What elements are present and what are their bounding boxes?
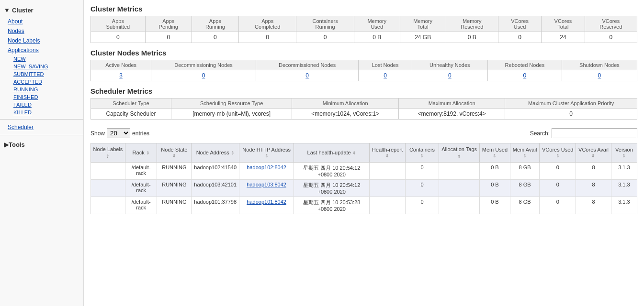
cell-state: RUNNING — [157, 162, 192, 179]
val-scheduler-type: Capacity Scheduler — [91, 109, 171, 120]
col-max-cluster-app-priority: Maximum Cluster Application Priority — [505, 98, 637, 109]
val-vcores-used: 0 — [498, 32, 541, 43]
col-containers-running: ContainersRunning — [296, 16, 354, 32]
th-allocation-tags[interactable]: Allocation Tags ⇕ — [439, 143, 480, 163]
val-unhealthy-nodes[interactable]: 0 — [412, 70, 487, 81]
th-mem-avail[interactable]: Mem Avail ⇕ — [510, 143, 540, 163]
cell-version: 3.1.3 — [611, 179, 637, 197]
val-vcores-total: 24 — [542, 32, 585, 43]
col-maximum-allocation: Maximum Allocation — [398, 98, 505, 109]
cell-http-address[interactable]: hadoop103:8042 — [239, 179, 294, 197]
cell-version: 3.1.3 — [611, 162, 637, 179]
col-minimum-allocation: Minimum Allocation — [292, 98, 398, 109]
sidebar-sub-submitted[interactable]: SUBMITTED — [0, 70, 83, 78]
sidebar-sub-new-saving[interactable]: NEW_SAVING — [0, 63, 83, 70]
cell-address: hadoop102:41540 — [192, 162, 239, 179]
cell-version: 3.1.3 — [611, 197, 637, 214]
sidebar-sub-finished[interactable]: FINISHED — [0, 93, 83, 101]
val-apps-pending: 0 — [145, 32, 192, 43]
col-memory-used: MemoryUsed — [354, 16, 400, 32]
col-apps-pending: AppsPending — [145, 16, 192, 32]
sidebar-item-scheduler[interactable]: Scheduler — [0, 122, 83, 132]
th-version[interactable]: Version ⇕ — [611, 143, 637, 163]
val-minimum-allocation: <memory:1024, vCores:1> — [292, 109, 398, 120]
th-containers[interactable]: Containers ⇕ — [405, 143, 439, 163]
sidebar-item-nodes[interactable]: Nodes — [0, 26, 83, 36]
val-max-cluster-app-priority: 0 — [505, 109, 637, 120]
sidebar-divider — [0, 119, 83, 120]
sidebar-divider2 — [0, 135, 83, 135]
sidebar-sub-running[interactable]: RUNNING — [0, 86, 83, 93]
th-node-address[interactable]: Node Address ⇕ — [192, 143, 239, 163]
cell-http-address[interactable]: hadoop102:8042 — [239, 162, 294, 179]
show-entries-bar: Show 10 20 50 100 entries Search: — [90, 125, 637, 141]
search-input[interactable] — [552, 128, 637, 138]
col-apps-running: AppsRunning — [192, 16, 238, 32]
cell-rack: /default-rack — [125, 197, 157, 214]
col-vcores-used: VCoresUsed — [498, 16, 541, 32]
sidebar-sub-new[interactable]: NEW — [0, 55, 83, 63]
cell-vcores-avail: 8 — [576, 197, 611, 214]
th-last-health-update[interactable]: Last health-update ⇕ — [294, 143, 370, 163]
tools-header[interactable]: ▶ Tools — [0, 138, 83, 151]
sidebar-sub-failed[interactable]: FAILED — [0, 101, 83, 109]
cluster-header[interactable]: ▼ Cluster — [0, 4, 83, 17]
val-lost-nodes[interactable]: 0 — [359, 70, 412, 81]
val-active-nodes[interactable]: 3 — [91, 70, 151, 81]
cluster-metrics-table: AppsSubmitted AppsPending AppsRunning Ap… — [90, 16, 637, 43]
tools-arrow-icon: ▶ — [4, 141, 9, 148]
th-mem-used[interactable]: Mem Used ⇕ — [480, 143, 510, 163]
col-memory-total: MemoryTotal — [400, 16, 446, 32]
col-shutdown-nodes: Shutdown Nodes — [562, 60, 637, 70]
th-health-report[interactable]: Health-report ⇕ — [370, 143, 406, 163]
val-memory-total: 24 GB — [400, 32, 446, 43]
cell-health-report — [370, 162, 406, 179]
cell-health-report — [370, 197, 406, 214]
table-row: /default-rackRUNNINGhadoop102:41540hadoo… — [91, 162, 637, 179]
th-vcores-used[interactable]: VCores Used ⇕ — [540, 143, 576, 163]
cell-mem-used: 0 B — [480, 197, 510, 214]
col-lost-nodes: Lost Nodes — [359, 60, 412, 70]
th-node-http-address[interactable]: Node HTTP Address ⇕ — [239, 143, 294, 163]
sidebar-item-node-labels[interactable]: Node Labels — [0, 36, 83, 45]
cell-node-labels — [91, 162, 125, 179]
cell-http-address[interactable]: hadoop101:8042 — [239, 197, 294, 214]
scheduler-metrics-table: Scheduler Type Scheduling Resource Type … — [90, 98, 637, 120]
cell-containers: 0 — [405, 197, 439, 214]
th-vcores-avail[interactable]: VCores Avail ⇕ — [576, 143, 611, 163]
val-memory-reserved: 0 B — [446, 32, 498, 43]
th-node-labels[interactable]: Node Labels ⇕ — [91, 143, 125, 163]
sidebar-sub-accepted[interactable]: ACCEPTED — [0, 78, 83, 86]
val-shutdown-nodes[interactable]: 0 — [562, 70, 637, 81]
th-rack[interactable]: Rack ⇕ — [125, 143, 157, 163]
nodes-data-table: Node Labels ⇕ Rack ⇕ Node State ⇕ Node A… — [90, 143, 637, 214]
cluster-nodes-metrics-title: Cluster Nodes Metrics — [90, 49, 637, 57]
th-node-state[interactable]: Node State ⇕ — [157, 143, 192, 163]
cell-allocation-tags — [439, 162, 480, 179]
val-decommissioning-nodes[interactable]: 0 — [151, 70, 256, 81]
val-rebooted-nodes[interactable]: 0 — [487, 70, 562, 81]
show-entries-left: Show 10 20 50 100 entries — [90, 128, 149, 138]
col-scheduling-resource-type: Scheduling Resource Type — [171, 98, 292, 109]
entries-select[interactable]: 10 20 50 100 — [107, 128, 130, 138]
cell-vcores-used: 0 — [540, 197, 576, 214]
cell-containers: 0 — [405, 179, 439, 197]
col-active-nodes: Active Nodes — [91, 60, 151, 70]
cell-mem-used: 0 B — [480, 162, 510, 179]
cell-vcores-avail: 8 — [576, 179, 611, 197]
cell-mem-avail: 8 GB — [510, 179, 540, 197]
cell-vcores-used: 0 — [540, 179, 576, 197]
cell-rack: /default-rack — [125, 162, 157, 179]
sidebar-sub-killed[interactable]: KILLED — [0, 109, 83, 116]
cell-allocation-tags — [439, 197, 480, 214]
val-decommissioned-nodes[interactable]: 0 — [256, 70, 359, 81]
sidebar-item-applications[interactable]: Applications — [0, 45, 83, 55]
entries-label: entries — [132, 130, 149, 137]
cell-rack: /default-rack — [125, 179, 157, 197]
scheduler-metrics-title: Scheduler Metrics — [90, 87, 637, 95]
sidebar-item-about[interactable]: About — [0, 17, 83, 26]
val-maximum-allocation: <memory:8192, vCores:4> — [398, 109, 505, 120]
col-apps-completed: AppsCompleted — [239, 16, 296, 32]
val-containers-running: 0 — [296, 32, 354, 43]
cell-node-labels — [91, 197, 125, 214]
